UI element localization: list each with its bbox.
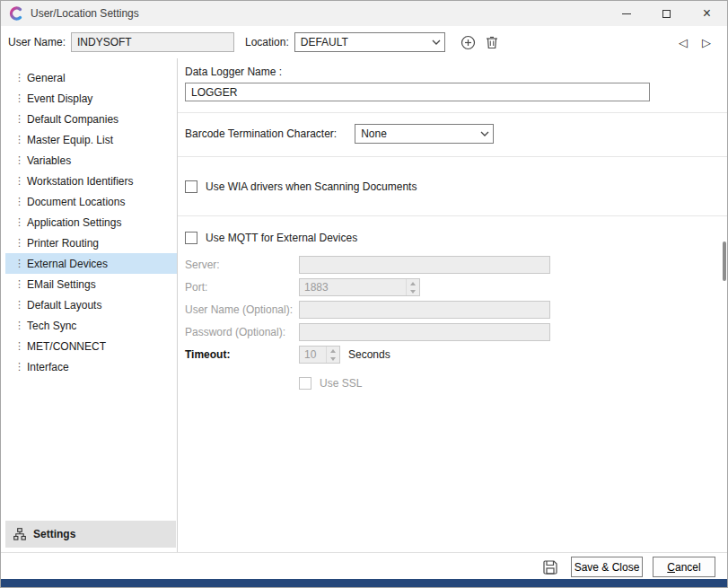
grip-icon: ⋮ xyxy=(14,197,20,206)
titlebar: User/Location Settings × xyxy=(1,1,727,26)
sidebar-item-general[interactable]: ⋮General xyxy=(5,67,177,88)
sidebar-item-email-settings[interactable]: ⋮EMail Settings xyxy=(5,274,177,294)
port-value: 1883 xyxy=(300,279,406,295)
username-optional-input xyxy=(299,301,550,319)
external-devices-panel: Data Logger Name : Barcode Termination C… xyxy=(178,58,727,552)
minimize-button[interactable] xyxy=(606,1,646,26)
settings-category-list: ⋮General ⋮Event Display ⋮Default Compani… xyxy=(5,58,178,552)
divider xyxy=(178,156,727,157)
barcode-termination-dropdown[interactable]: None xyxy=(355,124,494,144)
spinner-buttons xyxy=(406,279,419,295)
grip-icon: ⋮ xyxy=(14,279,20,289)
data-logger-input[interactable] xyxy=(185,83,650,101)
timeout-unit-label: Seconds xyxy=(348,348,390,361)
chevron-down-icon xyxy=(428,33,444,51)
divider xyxy=(178,215,727,216)
sidebar-item-event-display[interactable]: ⋮Event Display xyxy=(5,88,177,109)
sidebar-item-label: Interface xyxy=(27,361,69,373)
save-and-close-button[interactable]: Save & Close xyxy=(571,557,643,577)
barcode-termination-value: None xyxy=(355,125,477,143)
grip-icon: ⋮ xyxy=(14,238,20,248)
port-spinner: 1883 xyxy=(299,278,420,296)
data-logger-label: Data Logger Name : xyxy=(185,66,727,78)
trash-icon xyxy=(486,35,498,49)
sidebar-item-label: Workstation Identifiers xyxy=(27,175,134,188)
chevron-down-icon xyxy=(477,125,493,143)
sidebar-item-default-companies[interactable]: ⋮Default Companies xyxy=(5,109,177,129)
grip-icon: ⋮ xyxy=(14,73,20,83)
save-icon xyxy=(542,559,558,575)
sidebar-item-label: Document Locations xyxy=(27,196,125,208)
org-chart-icon xyxy=(13,528,26,540)
mqtt-checkbox[interactable] xyxy=(185,232,197,244)
grip-icon: ⋮ xyxy=(14,135,20,145)
grip-icon: ⋮ xyxy=(14,155,20,165)
spin-down-icon xyxy=(327,355,339,363)
sidebar-item-label: MET/CONNECT xyxy=(27,340,106,353)
close-icon: × xyxy=(703,6,711,21)
grip-icon: ⋮ xyxy=(14,320,20,330)
sidebar-item-external-devices[interactable]: ⋮External Devices xyxy=(5,253,177,274)
sidebar-item-printer-routing[interactable]: ⋮Printer Routing xyxy=(5,233,177,253)
maximize-button[interactable] xyxy=(646,1,687,26)
delete-location-button[interactable] xyxy=(481,31,503,53)
window-title: User/Location Settings xyxy=(31,7,139,20)
sidebar-item-label: Variables xyxy=(27,154,71,167)
maximize-icon xyxy=(662,10,671,18)
spinner-buttons xyxy=(326,347,339,363)
sidebar-item-met-connect[interactable]: ⋮MET/CONNECT xyxy=(5,336,177,356)
timeout-value: 10 xyxy=(300,347,326,363)
sidebar-footer-label: Settings xyxy=(33,528,75,540)
add-icon xyxy=(460,35,476,50)
barcode-termination-label: Barcode Termination Character: xyxy=(185,127,337,140)
username-optional-label: User Name (Optional): xyxy=(185,303,299,316)
sidebar-item-master-equip-list[interactable]: ⋮Master Equip. List xyxy=(5,129,177,150)
sidebar-item-label: External Devices xyxy=(27,258,108,270)
window-controls: × xyxy=(606,1,727,26)
sidebar-item-interface[interactable]: ⋮Interface xyxy=(5,356,177,377)
window-bottom-accent xyxy=(1,579,727,587)
grip-icon: ⋮ xyxy=(14,217,20,227)
sidebar-item-application-settings[interactable]: ⋮Application Settings xyxy=(5,212,177,233)
grip-icon: ⋮ xyxy=(14,362,20,372)
sidebar-footer-settings[interactable]: Settings xyxy=(5,521,176,548)
cancel-label: Cancel xyxy=(667,561,700,574)
main-area: ⋮General ⋮Event Display ⋮Default Compani… xyxy=(1,58,727,552)
minimize-icon xyxy=(622,13,631,14)
sidebar-item-variables[interactable]: ⋮Variables xyxy=(5,150,177,171)
sidebar-item-label: Printer Routing xyxy=(27,237,99,250)
timeout-label: Timeout: xyxy=(185,348,299,361)
password-optional-label: Password (Optional): xyxy=(185,326,299,338)
sidebar-item-tech-sync[interactable]: ⋮Tech Sync xyxy=(5,315,177,336)
close-button[interactable]: × xyxy=(687,1,727,26)
sidebar-item-default-layouts[interactable]: ⋮Default Layouts xyxy=(5,294,177,315)
spin-down-icon xyxy=(407,287,419,295)
grip-icon: ⋮ xyxy=(14,341,20,351)
cancel-button[interactable]: Cancel xyxy=(653,557,715,577)
location-dropdown[interactable]: DEFAULT xyxy=(294,32,445,52)
sidebar-item-label: Default Layouts xyxy=(27,299,101,312)
server-label: Server: xyxy=(185,259,299,271)
scrollbar-thumb[interactable] xyxy=(723,241,726,281)
app-logo-icon xyxy=(9,6,23,21)
user-location-settings-dialog: User/Location Settings × User Name: Loca… xyxy=(0,0,728,588)
password-optional-input xyxy=(299,323,550,341)
sidebar-item-label: EMail Settings xyxy=(27,278,96,291)
save-button[interactable] xyxy=(539,557,561,578)
spin-up-icon xyxy=(327,347,339,355)
mqtt-settings-form: Server: Port: 1883 User Name (Optional):… xyxy=(178,256,727,390)
nav-previous-button[interactable]: ◁ xyxy=(671,36,695,49)
save-and-close-label: Save & Close xyxy=(575,561,640,574)
sidebar-item-document-locations[interactable]: ⋮Document Locations xyxy=(5,191,177,212)
grip-icon: ⋮ xyxy=(14,300,20,310)
nav-next-button[interactable]: ▷ xyxy=(695,36,718,49)
sidebar-item-label: General xyxy=(27,72,66,84)
use-ssl-label: Use SSL xyxy=(320,377,362,390)
grip-icon: ⋮ xyxy=(14,93,20,103)
sidebar-item-workstation-identifiers[interactable]: ⋮Workstation Identifiers xyxy=(5,171,177,191)
wia-drivers-checkbox[interactable] xyxy=(185,180,197,193)
sidebar-item-label: Master Equip. List xyxy=(27,134,113,146)
add-location-button[interactable] xyxy=(458,31,479,53)
sidebar-item-label: Tech Sync xyxy=(27,320,76,332)
user-name-field[interactable] xyxy=(71,32,234,52)
